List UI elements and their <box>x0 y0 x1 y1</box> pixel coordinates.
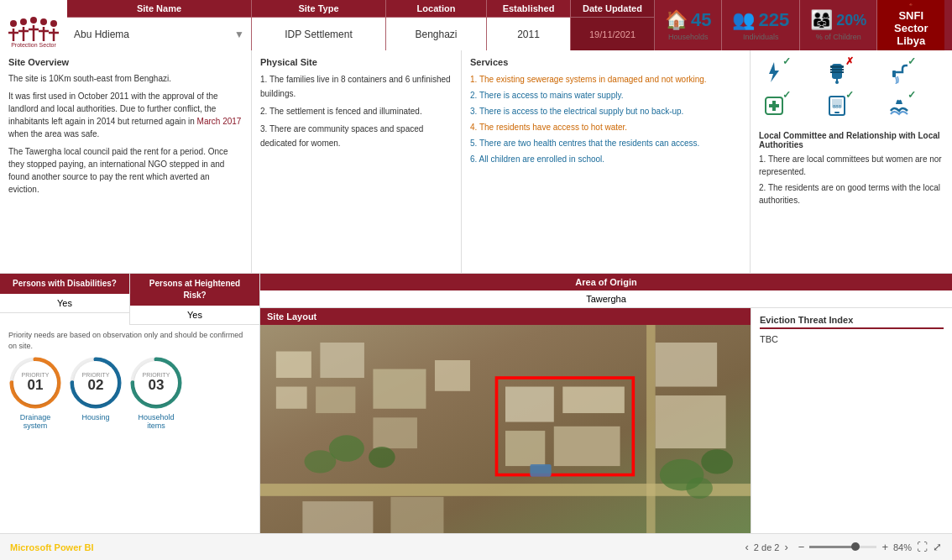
heightened-risk-value: Yes <box>130 306 259 325</box>
water-barrel-status-icon: ✗ <box>845 55 854 67</box>
date-updated-col: Date Updated 19/11/2021 <box>571 0 655 50</box>
svg-rect-31 <box>769 104 779 107</box>
risk-boxes-row: Persons with Disabilities? Yes Persons a… <box>0 274 259 325</box>
priority-2-inner: PRIORITY 02 <box>74 361 118 405</box>
svg-rect-23 <box>830 65 844 68</box>
expand-button[interactable]: ⤢ <box>933 541 942 553</box>
area-of-origin-label: Area of Origin <box>260 274 952 290</box>
snfi-label: SNFI <box>894 9 928 22</box>
service-icons-grid: ✓ ✗ <box>759 57 944 121</box>
header: Protection Sector Libya Site Name Abu Hd… <box>0 0 952 50</box>
water-barrel-icon-cell: ✗ <box>822 57 852 87</box>
individuals-icon: 👥 <box>732 9 755 31</box>
zoom-handle[interactable] <box>851 542 860 551</box>
phone-icon-cell: 888 ✓ <box>822 91 852 121</box>
established-label: Established <box>487 0 570 18</box>
svg-rect-49 <box>316 387 355 414</box>
footer-controls: ‹ 2 de 2 › − + 84% ⛶ ⤢ <box>745 541 943 553</box>
svg-point-2 <box>10 20 17 27</box>
svg-rect-68 <box>530 464 551 477</box>
site-type-value: IDP Settlement <box>252 18 385 50</box>
site-name-value[interactable]: Abu Hdiema ▼ <box>67 18 251 50</box>
disabilities-value: Yes <box>0 294 129 313</box>
svg-point-14 <box>50 20 57 27</box>
svg-rect-51 <box>435 360 470 391</box>
priority-1-name: Drainage system <box>8 413 62 430</box>
site-name-col: Site Name Abu Hdiema ▼ <box>67 0 252 50</box>
site-map <box>260 325 751 533</box>
site-overview-title: Site Overview <box>8 57 243 67</box>
bottom-middle-panel: Area of Origin Tawergha Site Layout <box>260 274 952 533</box>
priority-1: PRIORITY 01 Drainage system <box>8 356 62 430</box>
individuals-number: 225 <box>758 9 789 31</box>
svg-rect-48 <box>276 387 307 409</box>
logo: Protection Sector Libya <box>0 0 67 50</box>
priority-3-ring: PRIORITY 03 <box>129 356 183 410</box>
service-2: 2. There is access to mains water supply… <box>470 88 741 102</box>
right-panel: ✓ ✗ <box>751 50 952 273</box>
children-col: 👨‍👩‍👧 20% % of Children <box>800 0 877 50</box>
svg-rect-52 <box>373 417 417 448</box>
service-4: 4. The residents have access to hot wate… <box>470 120 741 134</box>
heightened-risk-box: Persons at Heightened Risk? Yes <box>130 274 259 325</box>
content-area: Site Overview The site is 10Km south-eas… <box>0 50 952 533</box>
physical-item-1: 1. The families live in 8 containers and… <box>260 72 452 101</box>
svg-rect-25 <box>830 71 844 73</box>
site-overview-p1: The site is 10Km south-east from Benghaz… <box>8 72 243 85</box>
svg-point-54 <box>369 447 395 468</box>
svg-rect-59 <box>505 431 545 466</box>
priority-3-name: Household items <box>129 413 183 430</box>
area-of-origin-value: Tawergha <box>260 290 952 308</box>
children-percentage: 20% <box>836 12 866 29</box>
zoom-out-button[interactable]: − <box>798 541 805 553</box>
services-panel: Services 1. The existing sewerage system… <box>462 50 751 273</box>
svg-rect-66 <box>302 501 373 533</box>
site-overview-p2: It was first used in October 2011 with t… <box>8 90 243 140</box>
electricity-status-icon: ✓ <box>782 55 791 67</box>
svg-rect-35 <box>834 112 840 113</box>
svg-rect-58 <box>562 387 625 414</box>
site-name-text: Abu Hdiema <box>74 29 129 40</box>
eviction-threat-panel: Eviction Threat Index TBC <box>751 308 952 533</box>
flood-icon-cell: ✓ <box>884 91 914 121</box>
eviction-threat-value: TBC <box>760 334 944 344</box>
svg-rect-61 <box>656 343 718 387</box>
households-number: 45 <box>691 9 711 31</box>
site-type-col: Site Type IDP Settlement <box>252 0 386 50</box>
svg-rect-60 <box>554 427 620 466</box>
households-col: 🏠 45 Households <box>655 0 722 50</box>
svg-point-65 <box>686 478 713 499</box>
physical-site-list: 1. The families live in 8 containers and… <box>260 72 452 150</box>
site-layout-header: Site Layout <box>260 308 751 325</box>
snfi-country: Libya <box>894 34 928 47</box>
physical-item-3: 3. There are community spaces and spaced… <box>260 122 452 150</box>
date-updated-value: 19/11/2021 <box>571 18 654 50</box>
area-of-origin-section: Area of Origin Tawergha <box>260 274 952 308</box>
local-committee-title: Local Committee and Relationship with Lo… <box>759 131 944 149</box>
site-overview-p3: The Tawergha local council paid the rent… <box>8 145 243 196</box>
physical-site-panel: Physical Site 1. The families live in 8 … <box>252 50 462 273</box>
services-list: 1. The existing sewerage systems in dama… <box>470 72 741 166</box>
priority-3-number: 03 <box>149 378 165 394</box>
flood-status-icon: ✓ <box>908 89 916 101</box>
location-value: Benghazi <box>386 18 486 50</box>
powerbi-link[interactable]: Microsoft Power BI <box>10 542 94 552</box>
date-updated-label: Date Updated <box>571 0 654 18</box>
svg-rect-57 <box>505 387 554 422</box>
svg-point-5 <box>20 18 27 25</box>
disabilities-box: Persons with Disabilities? Yes <box>0 274 130 325</box>
site-type-label: Site Type <box>252 0 385 18</box>
priorities-row: PRIORITY 01 Drainage system <box>8 356 251 430</box>
services-title: Services <box>470 57 741 67</box>
snfi-sector: Sector <box>894 22 928 34</box>
priority-2-name: Housing <box>81 413 109 421</box>
zoom-in-button[interactable]: + <box>881 541 888 553</box>
next-page-button[interactable]: › <box>784 541 787 553</box>
prev-page-button[interactable]: ‹ <box>745 541 749 553</box>
fullscreen-button[interactable]: ⛶ <box>917 541 928 553</box>
phone-status-icon: ✓ <box>845 89 854 101</box>
location-col: Location Benghazi <box>386 0 487 50</box>
zoom-slider[interactable] <box>809 546 876 548</box>
household-icon: 🏠 <box>665 9 688 31</box>
svg-rect-47 <box>320 343 364 378</box>
